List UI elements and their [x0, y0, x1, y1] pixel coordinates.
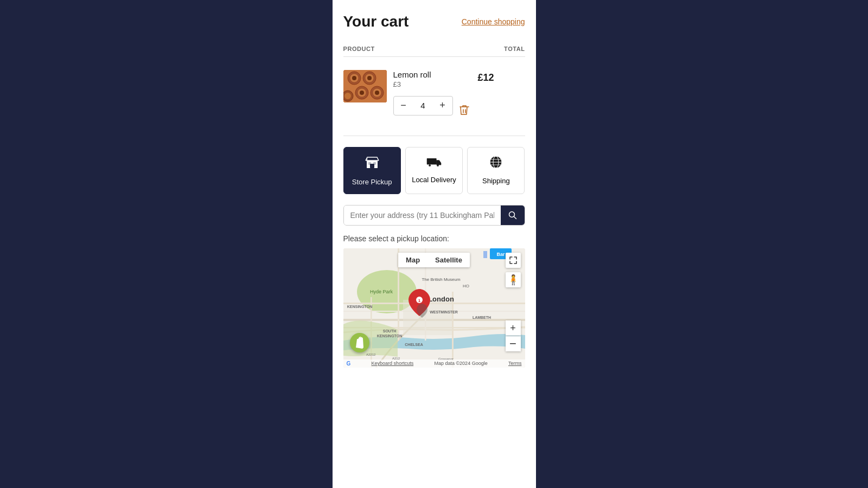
svg-point-12	[375, 91, 379, 95]
product-row-wrapper: Lemon roll £3 − 4 +	[343, 63, 525, 136]
address-search-button[interactable]	[501, 206, 525, 225]
map-terms[interactable]: Terms	[508, 361, 522, 367]
shopify-badge	[350, 333, 369, 352]
map-data-text: Map data ©2024 Google	[434, 361, 487, 367]
trash-icon	[459, 105, 469, 115]
svg-text:WESTMINSTER: WESTMINSTER	[430, 310, 458, 314]
local-delivery-label: Local Delivery	[412, 176, 456, 184]
local-delivery-icon	[426, 155, 442, 171]
local-delivery-option[interactable]: Local Delivery	[405, 147, 463, 194]
map-tab-map[interactable]: Map	[398, 253, 427, 267]
quantity-value: 4	[413, 101, 433, 110]
delivery-options: Store Pickup Local Delivery	[343, 147, 525, 194]
delete-product-button[interactable]	[457, 105, 471, 118]
svg-text:KENSINGTON: KENSINGTON	[347, 305, 372, 309]
svg-rect-19	[373, 162, 376, 165]
svg-text:CHELSEA: CHELSEA	[405, 343, 423, 346]
svg-text:Bar: Bar	[496, 252, 505, 257]
svg-text:HO: HO	[463, 284, 469, 288]
truck-icon	[426, 155, 442, 168]
cart-container: Your cart Continue shopping PRODUCT TOTA…	[333, 0, 536, 488]
increase-quantity-button[interactable]: +	[433, 97, 452, 115]
product-column-header: PRODUCT	[343, 46, 375, 52]
decrease-quantity-button[interactable]: −	[394, 97, 413, 115]
globe-icon	[489, 155, 503, 169]
address-input[interactable]	[344, 206, 501, 225]
fullscreen-icon	[509, 256, 517, 264]
zoom-out-button[interactable]: −	[506, 336, 521, 351]
svg-text:A2212: A2212	[366, 353, 376, 356]
map-streetview-button[interactable]: 🧍	[506, 272, 521, 287]
quantity-controls: − 4 +	[393, 96, 453, 115]
svg-point-6	[367, 76, 372, 80]
shopify-icon	[354, 337, 365, 349]
product-unit-price: £3	[393, 80, 471, 88]
product-total-price: £12	[478, 70, 494, 84]
map-view-controls: Map Satellite	[398, 253, 470, 267]
map-fullscreen-button[interactable]	[506, 253, 521, 268]
svg-point-9	[360, 91, 364, 95]
zoom-in-button[interactable]: +	[506, 320, 521, 336]
store-pickup-icon	[365, 155, 380, 174]
cart-title: Your cart	[343, 13, 409, 30]
svg-point-3	[352, 76, 356, 80]
shipping-icon	[489, 155, 503, 172]
product-image-inner	[343, 70, 387, 102]
product-image	[343, 70, 387, 102]
table-header: PRODUCT TOTAL	[343, 41, 525, 57]
map-attribution: G Keyboard shortcuts Map data ©2024 Goog…	[343, 359, 525, 368]
svg-point-14	[344, 93, 351, 99]
search-icon	[508, 211, 517, 220]
svg-line-32	[514, 217, 516, 219]
store-pickup-option[interactable]: Store Pickup	[343, 147, 401, 194]
store-pickup-label: Store Pickup	[352, 178, 392, 186]
total-column-header: TOTAL	[504, 46, 525, 52]
product-name: Lemon roll	[393, 70, 471, 79]
svg-rect-18	[368, 162, 371, 165]
svg-rect-24	[427, 158, 437, 164]
map-background: Hyde Park	[343, 248, 525, 368]
google-logo: G	[347, 361, 351, 367]
svg-text:Hyde Park: Hyde Park	[369, 289, 393, 294]
store-icon	[365, 155, 380, 170]
svg-text:LAMBETH: LAMBETH	[472, 316, 490, 319]
product-row: Lemon roll £3 − 4 +	[343, 63, 494, 125]
map-tab-satellite[interactable]: Satellite	[427, 253, 470, 267]
shipping-option[interactable]: Shipping	[467, 147, 525, 194]
map-zoom-controls: + −	[506, 320, 521, 351]
svg-text:SOUTH: SOUTH	[382, 329, 396, 333]
svg-text:London: London	[428, 295, 454, 303]
continue-shopping-link[interactable]: Continue shopping	[462, 17, 525, 26]
svg-text:KENSINGTON: KENSINGTON	[376, 334, 402, 338]
product-svg	[343, 70, 387, 102]
pickup-location-label: Please select a pickup location:	[343, 234, 525, 243]
shipping-label: Shipping	[482, 177, 510, 185]
svg-text:1: 1	[418, 298, 420, 303]
product-details: Lemon roll £3 − 4 +	[393, 70, 471, 118]
map-container[interactable]: Hyde Park	[343, 248, 525, 368]
svg-rect-42	[452, 292, 454, 368]
keyboard-shortcuts[interactable]: Keyboard shortcuts	[372, 361, 414, 367]
cart-header: Your cart Continue shopping	[343, 13, 525, 30]
address-search	[343, 205, 525, 226]
svg-text:The British Museum: The British Museum	[422, 277, 460, 282]
